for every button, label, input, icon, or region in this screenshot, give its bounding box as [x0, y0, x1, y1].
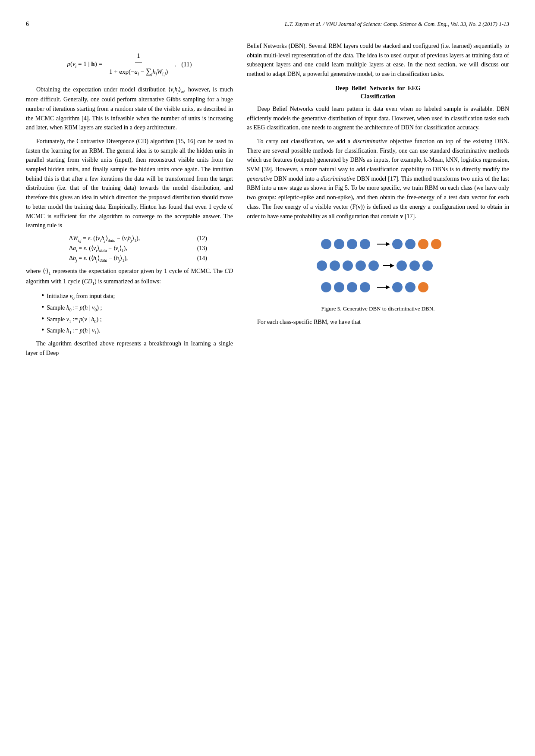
equation-14: Δbj = ε. (⟨hj⟩data − ⟨hj⟩1), (14) [52, 254, 207, 263]
equation-13: Δai = ε. (⟨vi⟩data − ⟨vi⟩1), (13) [52, 245, 207, 253]
svg-point-14 [368, 260, 379, 271]
bullet-item-3: • Sample v1 := p(v | h0) ; [41, 314, 233, 325]
page-header: 6 L.T. Xuyen et al. / VNU Journal of Sci… [26, 21, 509, 28]
left-column: p(vi = 1 | h) = 1 1 + exp(−ai − ∑jhjWi,j… [26, 41, 233, 362]
svg-point-11 [330, 260, 340, 271]
svg-point-3 [360, 239, 370, 249]
left-para1: Obtaining the expectation under model di… [26, 85, 233, 132]
right-para1: Belief Networks (DBN). Several RBM layer… [247, 41, 509, 79]
svg-point-21 [334, 282, 344, 292]
svg-point-26 [392, 282, 403, 292]
left-para3: where ⟨·⟩1 represents the expectation op… [26, 267, 233, 287]
svg-point-19 [422, 260, 433, 271]
svg-point-27 [405, 282, 415, 292]
figure-caption: Figure 5. Generative DBN to discriminati… [247, 305, 509, 312]
svg-point-8 [418, 239, 428, 249]
svg-point-23 [360, 282, 370, 292]
eq11-number: . (11) [175, 58, 192, 71]
section-heading: Deep Belief Networks for EEG Classificat… [247, 84, 509, 101]
svg-point-9 [431, 239, 441, 249]
svg-point-6 [392, 239, 403, 249]
right-para4: For each class-specific RBM, we have tha… [247, 317, 509, 327]
right-column: Belief Networks (DBN). Several RBM layer… [247, 41, 509, 362]
svg-point-22 [347, 282, 357, 292]
bullet-item-4: • Sample h1 := p(h | v1). [41, 326, 233, 336]
page: 6 L.T. Xuyen et al. / VNU Journal of Sci… [0, 0, 535, 756]
figure-5: Figure 5. Generative DBN to discriminati… [247, 231, 509, 312]
svg-point-10 [317, 260, 327, 271]
bullet-item-2: • Sample h0 := p(h | v0) ; [41, 303, 233, 314]
right-para3: To carry out classification, we add a di… [247, 137, 509, 221]
svg-point-28 [418, 282, 428, 292]
left-para4: The algorithm described above represents… [26, 339, 233, 358]
svg-point-13 [356, 260, 366, 271]
svg-point-1 [334, 239, 344, 249]
svg-marker-16 [390, 264, 394, 268]
svg-point-17 [397, 260, 407, 271]
svg-marker-5 [386, 242, 390, 246]
bullet-list: • Initialize v0 from input data; • Sampl… [41, 291, 233, 336]
left-para2: Fortunately, the Contrastive Divergence … [26, 137, 233, 230]
svg-point-18 [409, 260, 420, 271]
svg-point-20 [321, 282, 331, 292]
svg-marker-25 [386, 285, 390, 289]
two-column-layout: p(vi = 1 | h) = 1 1 + exp(−ai − ∑jhjWi,j… [26, 41, 509, 362]
journal-title: L.T. Xuyen et al. / VNU Journal of Scien… [285, 21, 509, 28]
equations-12-14: ΔWi,j = ε. (⟨vihj⟩data − ⟨vihj⟩1), (12) … [26, 235, 233, 262]
right-para2: Deep Belief Networks could learn pattern… [247, 104, 509, 132]
page-number: 6 [26, 21, 29, 28]
equation-12: ΔWi,j = ε. (⟨vihj⟩data − ⟨vihj⟩1), (12) [52, 235, 207, 243]
bullet-item-1: • Initialize v0 from input data; [41, 291, 233, 302]
svg-point-2 [347, 239, 357, 249]
svg-point-0 [321, 239, 331, 249]
svg-point-12 [343, 260, 353, 271]
svg-point-7 [405, 239, 415, 249]
dbn-figure-svg [313, 231, 443, 300]
equation-11: p(vi = 1 | h) = 1 1 + exp(−ai − ∑jhjWi,j… [26, 49, 233, 79]
